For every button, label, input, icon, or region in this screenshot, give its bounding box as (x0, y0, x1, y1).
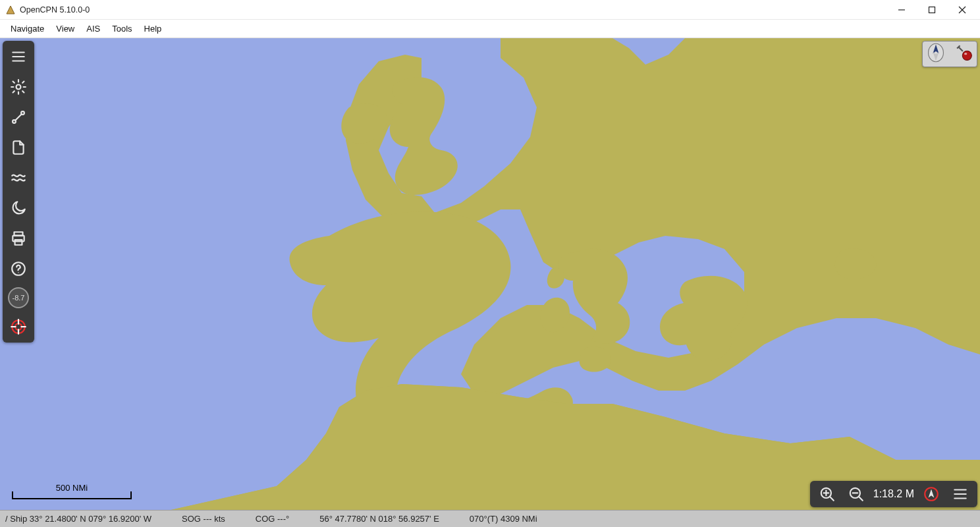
zoom-out-button[interactable] (844, 482, 868, 506)
bottom-right-toolbar: 1:18.2 M (810, 481, 977, 507)
night-mode-button[interactable] (7, 196, 30, 220)
menu-view[interactable]: View (51, 21, 80, 36)
svg-line-26 (830, 497, 833, 500)
status-ship-position: / Ship 33° 21.4800' N 079° 16.9200' W (5, 514, 151, 524)
window-title: OpenCPN 5.10.0-0 (20, 5, 90, 14)
svg-point-23 (962, 51, 971, 60)
svg-point-8 (16, 85, 21, 90)
menubar: Navigate View AIS Tools Help (0, 20, 980, 38)
chart-scale-readout: 1:18.2 M (873, 488, 914, 500)
compass-indicator[interactable] (922, 41, 977, 67)
minimize-button[interactable] (886, 0, 917, 20)
tides-button[interactable] (7, 166, 30, 190)
svg-rect-1 (929, 7, 935, 13)
menu-ais[interactable]: AIS (81, 21, 105, 36)
master-menu-button[interactable] (7, 45, 30, 69)
chart-canvas[interactable]: -8.7 500 NMi 1:18.2 M (0, 38, 980, 510)
window-titlebar: OpenCPN 5.10.0-0 (0, 0, 980, 20)
maximize-button[interactable] (917, 0, 947, 20)
status-bearing-distance: 070°(T) 4309 NMi (470, 514, 537, 524)
menu-help[interactable]: Help (139, 21, 167, 36)
menu-tools[interactable]: Tools (107, 21, 137, 36)
zoom-in-button[interactable] (815, 482, 839, 506)
settings-button[interactable] (7, 75, 30, 99)
follow-ship-button[interactable] (919, 482, 943, 506)
gps-status-icon (956, 44, 973, 64)
canvas-menu-button[interactable] (948, 482, 972, 506)
help-button[interactable] (7, 257, 30, 281)
mob-button[interactable] (7, 315, 30, 339)
statusbar: / Ship 33° 21.4800' N 079° 16.9200' W SO… (0, 510, 980, 527)
chart-download-button[interactable] (7, 136, 30, 159)
north-up-icon (927, 42, 945, 66)
svg-point-24 (964, 53, 967, 55)
left-toolbar: -8.7 (3, 41, 34, 343)
print-button[interactable] (7, 227, 30, 250)
scale-indicator: 500 NMi (12, 483, 132, 499)
close-button[interactable] (947, 0, 977, 20)
route-button[interactable] (7, 105, 30, 129)
status-cursor-position: 56° 47.7780' N 018° 56.9257' E (319, 514, 439, 524)
menu-navigate[interactable]: Navigate (5, 21, 49, 36)
svg-line-30 (859, 497, 862, 500)
map-landmass (0, 38, 980, 510)
status-cog: COG ---° (256, 514, 289, 524)
plugin-badge[interactable]: -8.7 (8, 287, 29, 308)
app-icon (5, 5, 16, 15)
svg-point-15 (18, 272, 18, 273)
status-sog: SOG --- kts (182, 514, 225, 524)
